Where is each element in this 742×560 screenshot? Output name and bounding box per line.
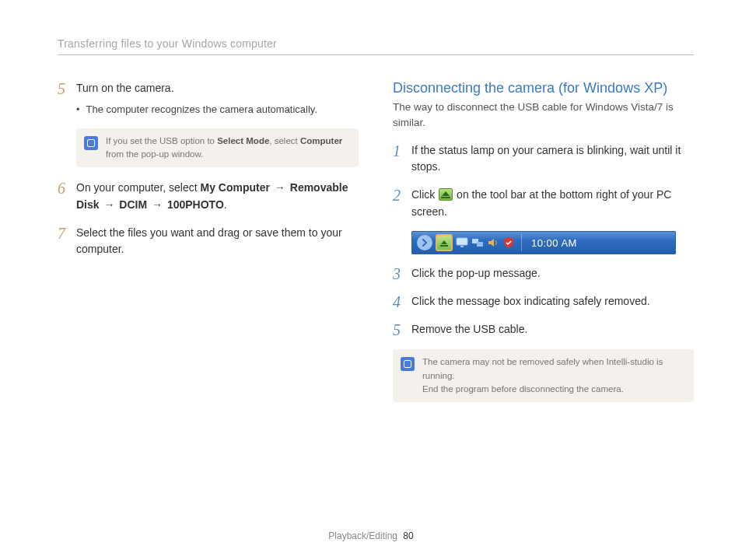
- step-text: Click the pop-up message.: [411, 265, 694, 282]
- step-text: Turn on the camera.: [76, 80, 359, 97]
- note-icon: [84, 136, 98, 150]
- expand-tray-icon[interactable]: [417, 235, 432, 250]
- taskbar-clock: 10:00 AM: [530, 237, 675, 249]
- rstep-1: 1 If the status lamp on your camera is b…: [393, 142, 694, 176]
- step-number: 4: [393, 293, 404, 310]
- rstep-3: 3 Click the pop-up message.: [393, 265, 694, 282]
- step-text: Click the message box indicating safely …: [411, 293, 694, 310]
- svg-rect-1: [440, 245, 448, 247]
- safely-remove-tray-icon[interactable]: [436, 234, 453, 251]
- footer: Playback/Editing 80: [0, 530, 742, 541]
- rstep-5: 5 Remove the USB cable.: [393, 321, 694, 338]
- safely-remove-icon: [439, 188, 453, 201]
- section-heading: Disconnecting the camera (for Windows XP…: [393, 80, 694, 96]
- page-number: 80: [403, 530, 413, 541]
- rstep-4: 4 Click the message box indicating safel…: [393, 293, 694, 310]
- display-tray-icon[interactable]: [456, 236, 468, 249]
- step-number: 3: [393, 265, 404, 282]
- volume-tray-icon[interactable]: [487, 236, 499, 249]
- network-tray-icon[interactable]: [471, 236, 484, 249]
- taskbar: 10:00 AM: [411, 231, 676, 254]
- step-text: Click on the tool bar at the bottom righ…: [411, 187, 694, 220]
- step-number: 5: [393, 321, 404, 338]
- step-7: 7 Select the files you want and drag or …: [58, 225, 359, 258]
- svg-rect-3: [460, 246, 464, 247]
- step-5: 5 Turn on the camera. • The computer rec…: [58, 80, 359, 117]
- step-number: 7: [58, 225, 68, 242]
- note-box: If you set the USB option to Select Mode…: [76, 128, 359, 168]
- footer-section: Playback/Editing: [328, 530, 397, 541]
- svg-rect-2: [457, 238, 467, 245]
- bullet-text: The computer recognizes the camera autom…: [86, 102, 317, 117]
- right-column: Disconnecting the camera (for Windows XP…: [393, 80, 694, 415]
- note-icon: [401, 357, 415, 371]
- step-6: 6 On your computer, select My Computer →…: [58, 180, 359, 213]
- section-subtext: The way to disconnect the USB cable for …: [393, 100, 694, 131]
- security-tray-icon[interactable]: [502, 236, 515, 249]
- header-title: Transferring files to your Windows compu…: [58, 37, 694, 55]
- step-number: 5: [58, 80, 68, 97]
- svg-rect-0: [441, 197, 450, 198]
- note-text: The camera may not be removed safely whe…: [422, 355, 686, 396]
- step-text: On your computer, select My Computer → R…: [76, 180, 359, 213]
- rstep-2: 2 Click on the tool bar at the bottom ri…: [393, 187, 694, 220]
- step-bullet: • The computer recognizes the camera aut…: [76, 102, 359, 117]
- step-number: 2: [393, 187, 404, 204]
- note-text: If you set the USB option to Select Mode…: [106, 135, 351, 162]
- svg-rect-5: [477, 242, 483, 247]
- step-text: If the status lamp on your camera is bli…: [411, 142, 694, 176]
- step-text: Select the files you want and drag or sa…: [76, 225, 359, 258]
- note-box: The camera may not be removed safely whe…: [393, 349, 694, 402]
- step-number: 6: [58, 180, 68, 197]
- tray-divider: [521, 234, 522, 251]
- step-number: 1: [393, 142, 404, 159]
- left-column: 5 Turn on the camera. • The computer rec…: [58, 80, 359, 415]
- step-text: Remove the USB cable.: [411, 321, 694, 338]
